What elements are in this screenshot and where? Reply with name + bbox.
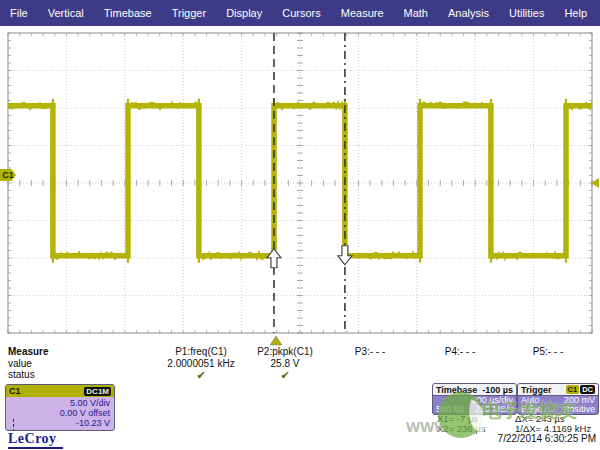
trigger-slope: Positive <box>563 405 595 414</box>
measure-table: Measure value status P1:freq(C1) 2.00000… <box>0 346 600 384</box>
c1-cursor1-voltage: -10.23 V <box>19 418 110 428</box>
timebase-delay: -100 µs <box>482 385 513 395</box>
cursor-readout: X1= -7 µs ΔX= 243 µs X2= 236 µs 1/ΔX= 4.… <box>437 414 597 434</box>
timebase-descriptor[interactable]: Timebase -100 µs 200 µs/div 500 kS 250 M… <box>432 383 517 415</box>
c1-label: C1 <box>9 386 21 396</box>
c1-volts-per-div: 5.00 V/div <box>10 398 110 408</box>
trigger-level-arrow[interactable] <box>591 178 599 188</box>
menu-trigger[interactable]: Trigger <box>162 7 216 19</box>
oscilloscope-screen: File Vertical Timebase Trigger Display C… <box>0 0 600 450</box>
cursor-x2-handle[interactable] <box>338 246 352 265</box>
c1-descriptor-body: 5.00 V/div 0.00 V offset -10.23 V -9.70 … <box>6 397 114 431</box>
p1-status-check: ✔ <box>156 369 246 382</box>
p2-value: 25.8 V <box>240 358 330 369</box>
datetime-display: 7/22/2014 6:30:25 PM <box>498 433 596 444</box>
value-row-label: value <box>8 358 32 369</box>
trigger-coupling-badge: DC <box>580 385 595 394</box>
menu-vertical[interactable]: Vertical <box>38 7 94 19</box>
c1-offset: 0.00 V offset <box>10 408 110 418</box>
lecroy-logo: LeCroy <box>8 431 63 449</box>
measure-row-label: Measure <box>8 346 49 357</box>
menu-utilities[interactable]: Utilities <box>499 7 554 19</box>
menu-display[interactable]: Display <box>216 7 272 19</box>
timebase-title: Timebase <box>436 385 477 395</box>
waveform-grid <box>0 0 600 360</box>
trigger-source-badge: C1 <box>566 385 580 394</box>
p2-status-check: ✔ <box>240 369 330 382</box>
sample-rate: 250 MS/s <box>475 405 513 414</box>
trigger-title: Trigger <box>521 385 552 395</box>
menu-analysis[interactable]: Analysis <box>438 7 499 19</box>
status-row-label: status <box>8 369 35 380</box>
channel-c1-descriptor[interactable]: C1 DC1M 5.00 V/div 0.00 V offset -10.23 … <box>5 384 115 431</box>
menu-measure[interactable]: Measure <box>331 7 394 19</box>
trigger-descriptor[interactable]: Trigger C1 DC Auto 200 mV Edge Positive <box>517 383 599 415</box>
menu-cursors[interactable]: Cursors <box>272 7 331 19</box>
menu-math[interactable]: Math <box>394 7 438 19</box>
cursor-x1-icon <box>10 419 17 427</box>
p1-value: 2.0000051 kHz <box>156 358 246 369</box>
trigger-position-marker[interactable] <box>270 336 282 345</box>
c1-coupling-badge: DC1M <box>84 387 111 396</box>
menu-timebase[interactable]: Timebase <box>94 7 162 19</box>
menu-file[interactable]: File <box>0 7 38 19</box>
c1-descriptor-header: C1 DC1M <box>6 385 114 397</box>
menu-bar: File Vertical Timebase Trigger Display C… <box>0 0 600 26</box>
cursor-x1-handle[interactable] <box>267 249 281 268</box>
menu-help[interactable]: Help <box>554 7 597 19</box>
